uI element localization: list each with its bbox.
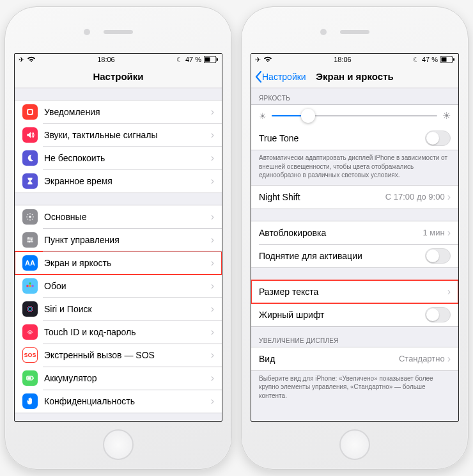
brightness-slider-row[interactable]: ☀︎ ☀︎: [251, 105, 458, 127]
row-label: Пункт управления: [44, 235, 211, 245]
chevron-right-icon: ›: [211, 257, 214, 269]
row-privacy[interactable]: Конфиденциальность›: [15, 390, 222, 413]
row-dnd[interactable]: Не беспокоить›: [15, 147, 222, 170]
row-label: Звуки, тактильные сигналы: [44, 130, 211, 140]
status-battery: 47 %: [185, 56, 201, 63]
back-button[interactable]: Настройки: [255, 71, 306, 83]
chevron-right-icon: ›: [211, 175, 214, 187]
screen-settings: ✈︎ 18:06 ☾ 47 % Настройки Уведомления›Зв…: [14, 53, 222, 422]
svg-rect-1: [205, 58, 210, 62]
bold-label: Жирный шрифт: [259, 310, 425, 320]
zoom-desc: Выберите вид для iPhone: «Увеличено» пок…: [251, 371, 458, 406]
chevron-right-icon: ›: [211, 129, 214, 141]
zoom-label: Вид: [259, 354, 399, 364]
chevron-right-icon: ›: [211, 280, 214, 292]
row-label: Аккумулятор: [44, 373, 211, 383]
row-label: Конфиденциальность: [44, 396, 211, 406]
svg-rect-23: [453, 58, 454, 61]
chevron-right-icon: ›: [211, 372, 214, 384]
navbar: Настройки Экран и яркость: [251, 65, 458, 88]
row-autolock[interactable]: Автоблокировка 1 мин ›: [251, 221, 458, 244]
svg-point-12: [29, 287, 31, 290]
nightshift-value: С 17:00 до 9:00: [385, 192, 445, 202]
chevron-right-icon: ›: [211, 349, 214, 361]
status-time: 18:06: [334, 56, 352, 63]
home-button[interactable]: [103, 429, 134, 460]
row-screentime[interactable]: Экранное время›: [15, 170, 222, 193]
svg-point-9: [29, 241, 30, 242]
wifi-icon: [263, 56, 272, 63]
chevron-right-icon: ›: [211, 395, 214, 407]
row-bold[interactable]: Жирный шрифт: [251, 303, 458, 326]
row-raise[interactable]: Поднятие для активации: [251, 244, 458, 267]
back-label: Настройки: [262, 72, 306, 82]
settings-group-2: Основные›Пункт управления›AAЭкран и ярко…: [15, 205, 222, 413]
zoom-header: УВЕЛИЧЕНИЕ ДИСПЛЕЯ: [251, 327, 458, 347]
chevron-right-icon: ›: [447, 227, 451, 239]
privacy-icon: [22, 393, 38, 409]
row-label: Основные: [44, 212, 211, 222]
speaker-slot: [104, 30, 133, 34]
row-controlcenter[interactable]: Пункт управления›: [15, 228, 222, 251]
wifi-icon: [27, 56, 36, 63]
row-sounds[interactable]: Звуки, тактильные сигналы›: [15, 123, 222, 147]
sos-icon: SOS: [22, 347, 38, 363]
svg-rect-20: [33, 377, 34, 379]
svg-rect-19: [27, 377, 31, 379]
svg-point-10: [29, 285, 31, 287]
chevron-right-icon: ›: [211, 234, 214, 246]
dnd-icon: [22, 150, 38, 166]
phone-right: ✈︎ 18:06 ☾ 47 % Настройки Экран и яркост…: [241, 6, 469, 470]
row-truetone[interactable]: True Tone: [251, 127, 458, 150]
row-label: Siri и Поиск: [44, 304, 211, 314]
svg-point-6: [29, 216, 31, 218]
row-nightshift[interactable]: Night Shift С 17:00 до 9:00 ›: [251, 186, 458, 209]
airplane-icon: ✈︎: [255, 56, 261, 64]
navbar: Настройки: [15, 65, 222, 88]
brightness-header: ЯРКОСТЬ: [251, 88, 458, 104]
row-label: Уведомления: [44, 107, 211, 117]
svg-point-7: [28, 237, 29, 239]
row-general[interactable]: Основные›: [15, 205, 222, 228]
svg-rect-2: [217, 58, 218, 61]
phone-left: ✈︎ 18:06 ☾ 47 % Настройки Уведомления›Зв…: [4, 6, 232, 470]
truetone-desc: Автоматически адаптировать дисплей iPhon…: [251, 150, 458, 185]
svg-point-13: [26, 285, 29, 287]
row-touchid[interactable]: Touch ID и код-пароль›: [15, 321, 222, 344]
row-wallpaper[interactable]: Обои›: [15, 274, 222, 298]
screen-display: ✈︎ 18:06 ☾ 47 % Настройки Экран и яркост…: [251, 53, 459, 422]
page-title: Настройки: [93, 71, 143, 82]
autolock-label: Автоблокировка: [259, 228, 423, 238]
row-display[interactable]: AAЭкран и яркость›: [15, 251, 222, 274]
row-textsize[interactable]: Размер текста ›: [251, 280, 458, 303]
chevron-right-icon: ›: [447, 191, 451, 203]
status-bar: ✈︎ 18:06 ☾ 47 %: [15, 54, 222, 65]
camera-dot: [320, 29, 327, 35]
row-sos[interactable]: SOSЭкстренный вызов — SOS›: [15, 344, 222, 367]
home-button[interactable]: [339, 429, 370, 460]
row-siri[interactable]: Siri и Поиск›: [15, 298, 222, 321]
sun-small-icon: ☀︎: [259, 111, 267, 121]
truetone-toggle[interactable]: [425, 131, 451, 146]
raise-label: Поднятие для активации: [259, 251, 425, 261]
settings-group-1: Уведомления›Звуки, тактильные сигналы›Не…: [15, 100, 222, 193]
bold-toggle[interactable]: [425, 307, 451, 322]
touchid-icon: [22, 324, 38, 340]
row-battery[interactable]: Аккумулятор›: [15, 367, 222, 390]
svg-rect-22: [441, 58, 446, 62]
row-notifications[interactable]: Уведомления›: [15, 100, 222, 123]
raise-toggle[interactable]: [425, 248, 451, 264]
chevron-right-icon: ›: [211, 303, 214, 315]
controlcenter-icon: [22, 232, 38, 248]
brightness-slider[interactable]: [272, 115, 437, 116]
speaker-slot: [340, 30, 369, 34]
row-zoom[interactable]: Вид Стандартно ›: [251, 347, 458, 370]
battery-icon: [440, 56, 454, 63]
notifications-icon: [22, 104, 38, 120]
display-icon: AA: [22, 255, 38, 271]
airplane-icon: ✈︎: [19, 56, 24, 64]
wallpaper-icon: [22, 278, 38, 294]
sounds-icon: [22, 127, 38, 143]
status-battery: 47 %: [422, 56, 438, 63]
truetone-label: True Tone: [259, 133, 425, 143]
